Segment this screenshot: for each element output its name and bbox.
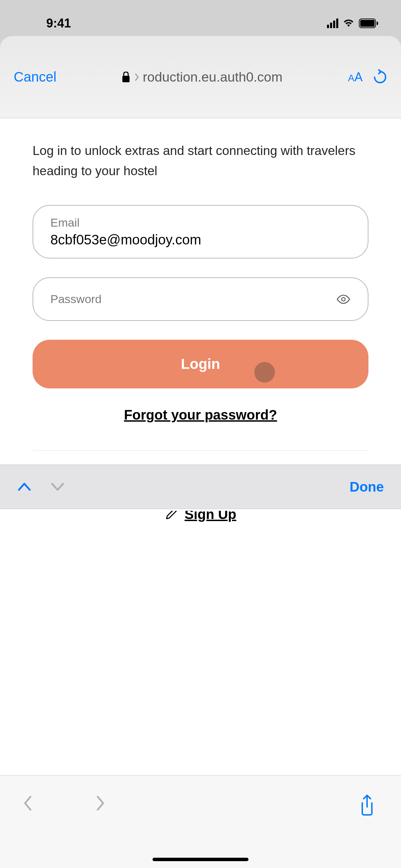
email-label: Email xyxy=(50,216,351,229)
svg-point-4 xyxy=(342,298,345,301)
svg-rect-3 xyxy=(122,76,130,82)
signup-link[interactable]: Sign Up xyxy=(184,511,236,522)
email-input[interactable] xyxy=(50,232,351,248)
address-bar[interactable]: roduction.eu.auth0.com xyxy=(57,70,348,85)
forward-icon[interactable] xyxy=(95,795,106,812)
password-field[interactable]: Password xyxy=(33,277,368,321)
share-icon[interactable] xyxy=(359,795,375,816)
wifi-icon xyxy=(342,19,355,28)
password-label: Password xyxy=(50,292,101,306)
eye-icon[interactable] xyxy=(336,294,351,304)
svg-rect-2 xyxy=(377,22,378,25)
next-field-icon[interactable] xyxy=(50,482,65,492)
previous-field-icon[interactable] xyxy=(17,482,32,492)
refresh-icon[interactable] xyxy=(373,69,387,85)
signup-icon xyxy=(165,511,178,521)
done-button[interactable]: Done xyxy=(350,479,384,495)
login-form: Log in to unlock extras and start connec… xyxy=(0,118,401,451)
status-icons xyxy=(327,19,379,28)
lock-icon xyxy=(122,72,130,83)
status-bar: 9:41 xyxy=(0,0,401,36)
svg-rect-1 xyxy=(360,20,375,27)
address-text: roduction.eu.auth0.com xyxy=(143,70,283,85)
text-size-button[interactable]: AA xyxy=(348,70,363,84)
forgot-password-link[interactable]: Forgot your password? xyxy=(33,407,368,423)
cellular-signal-icon xyxy=(327,19,338,28)
back-icon[interactable] xyxy=(22,795,33,812)
signup-peek: Sign Up xyxy=(0,511,401,531)
divider xyxy=(33,450,368,451)
proxy-indicator-icon xyxy=(134,73,139,82)
cancel-button[interactable]: Cancel xyxy=(14,69,57,85)
login-button[interactable]: Login xyxy=(33,340,368,388)
touch-indicator-icon xyxy=(254,362,275,383)
home-indicator[interactable] xyxy=(153,858,248,861)
battery-icon xyxy=(359,19,379,28)
email-field[interactable]: Email xyxy=(33,205,368,258)
bottom-toolbar xyxy=(0,775,401,868)
status-time: 9:41 xyxy=(46,16,71,31)
browser-toolbar: Cancel roduction.eu.auth0.com AA xyxy=(0,36,401,118)
keyboard-accessory-bar: Done xyxy=(0,465,401,509)
intro-text: Log in to unlock extras and start connec… xyxy=(33,141,368,181)
